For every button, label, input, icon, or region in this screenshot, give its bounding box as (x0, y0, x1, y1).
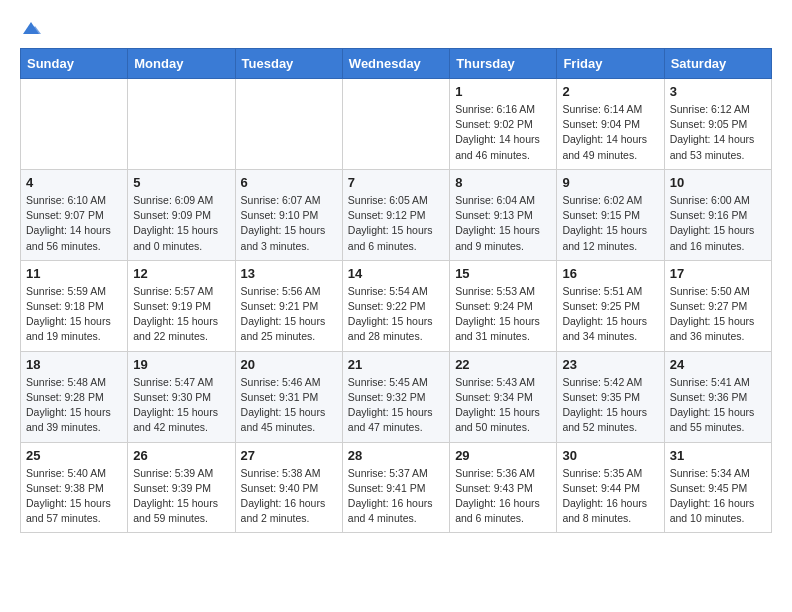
calendar-cell: 26Sunrise: 5:39 AM Sunset: 9:39 PM Dayli… (128, 442, 235, 533)
day-number: 11 (26, 266, 122, 281)
day-number: 21 (348, 357, 444, 372)
calendar-cell: 14Sunrise: 5:54 AM Sunset: 9:22 PM Dayli… (342, 260, 449, 351)
day-info: Sunrise: 5:48 AM Sunset: 9:28 PM Dayligh… (26, 375, 122, 436)
day-info: Sunrise: 6:00 AM Sunset: 9:16 PM Dayligh… (670, 193, 766, 254)
calendar-cell: 19Sunrise: 5:47 AM Sunset: 9:30 PM Dayli… (128, 351, 235, 442)
calendar-cell: 30Sunrise: 5:35 AM Sunset: 9:44 PM Dayli… (557, 442, 664, 533)
calendar-cell: 5Sunrise: 6:09 AM Sunset: 9:09 PM Daylig… (128, 169, 235, 260)
calendar-cell: 13Sunrise: 5:56 AM Sunset: 9:21 PM Dayli… (235, 260, 342, 351)
calendar-cell: 8Sunrise: 6:04 AM Sunset: 9:13 PM Daylig… (450, 169, 557, 260)
day-number: 12 (133, 266, 229, 281)
day-info: Sunrise: 5:35 AM Sunset: 9:44 PM Dayligh… (562, 466, 658, 527)
calendar-cell (128, 79, 235, 170)
calendar-cell (235, 79, 342, 170)
calendar-cell: 29Sunrise: 5:36 AM Sunset: 9:43 PM Dayli… (450, 442, 557, 533)
day-number: 2 (562, 84, 658, 99)
day-number: 24 (670, 357, 766, 372)
calendar-cell: 3Sunrise: 6:12 AM Sunset: 9:05 PM Daylig… (664, 79, 771, 170)
calendar-cell: 1Sunrise: 6:16 AM Sunset: 9:02 PM Daylig… (450, 79, 557, 170)
day-number: 14 (348, 266, 444, 281)
day-info: Sunrise: 5:45 AM Sunset: 9:32 PM Dayligh… (348, 375, 444, 436)
calendar-cell (342, 79, 449, 170)
calendar-cell: 20Sunrise: 5:46 AM Sunset: 9:31 PM Dayli… (235, 351, 342, 442)
weekday-header-monday: Monday (128, 49, 235, 79)
day-info: Sunrise: 5:43 AM Sunset: 9:34 PM Dayligh… (455, 375, 551, 436)
day-number: 13 (241, 266, 337, 281)
calendar-cell: 25Sunrise: 5:40 AM Sunset: 9:38 PM Dayli… (21, 442, 128, 533)
day-number: 31 (670, 448, 766, 463)
day-number: 16 (562, 266, 658, 281)
calendar-cell: 27Sunrise: 5:38 AM Sunset: 9:40 PM Dayli… (235, 442, 342, 533)
calendar-week-row: 11Sunrise: 5:59 AM Sunset: 9:18 PM Dayli… (21, 260, 772, 351)
calendar-week-row: 1Sunrise: 6:16 AM Sunset: 9:02 PM Daylig… (21, 79, 772, 170)
calendar-cell: 18Sunrise: 5:48 AM Sunset: 9:28 PM Dayli… (21, 351, 128, 442)
day-info: Sunrise: 5:40 AM Sunset: 9:38 PM Dayligh… (26, 466, 122, 527)
weekday-header-row: SundayMondayTuesdayWednesdayThursdayFrid… (21, 49, 772, 79)
calendar-cell: 28Sunrise: 5:37 AM Sunset: 9:41 PM Dayli… (342, 442, 449, 533)
day-info: Sunrise: 5:53 AM Sunset: 9:24 PM Dayligh… (455, 284, 551, 345)
day-info: Sunrise: 5:51 AM Sunset: 9:25 PM Dayligh… (562, 284, 658, 345)
day-info: Sunrise: 6:07 AM Sunset: 9:10 PM Dayligh… (241, 193, 337, 254)
day-info: Sunrise: 5:47 AM Sunset: 9:30 PM Dayligh… (133, 375, 229, 436)
calendar-cell: 17Sunrise: 5:50 AM Sunset: 9:27 PM Dayli… (664, 260, 771, 351)
day-info: Sunrise: 5:50 AM Sunset: 9:27 PM Dayligh… (670, 284, 766, 345)
day-number: 25 (26, 448, 122, 463)
calendar-week-row: 25Sunrise: 5:40 AM Sunset: 9:38 PM Dayli… (21, 442, 772, 533)
calendar-week-row: 4Sunrise: 6:10 AM Sunset: 9:07 PM Daylig… (21, 169, 772, 260)
calendar-cell: 9Sunrise: 6:02 AM Sunset: 9:15 PM Daylig… (557, 169, 664, 260)
calendar-cell: 15Sunrise: 5:53 AM Sunset: 9:24 PM Dayli… (450, 260, 557, 351)
calendar-cell: 2Sunrise: 6:14 AM Sunset: 9:04 PM Daylig… (557, 79, 664, 170)
calendar-cell: 16Sunrise: 5:51 AM Sunset: 9:25 PM Dayli… (557, 260, 664, 351)
calendar-cell: 6Sunrise: 6:07 AM Sunset: 9:10 PM Daylig… (235, 169, 342, 260)
day-number: 9 (562, 175, 658, 190)
calendar-cell: 12Sunrise: 5:57 AM Sunset: 9:19 PM Dayli… (128, 260, 235, 351)
day-number: 18 (26, 357, 122, 372)
day-number: 22 (455, 357, 551, 372)
day-info: Sunrise: 6:09 AM Sunset: 9:09 PM Dayligh… (133, 193, 229, 254)
day-number: 8 (455, 175, 551, 190)
day-info: Sunrise: 5:42 AM Sunset: 9:35 PM Dayligh… (562, 375, 658, 436)
day-info: Sunrise: 6:05 AM Sunset: 9:12 PM Dayligh… (348, 193, 444, 254)
day-number: 3 (670, 84, 766, 99)
header (20, 20, 772, 32)
weekday-header-tuesday: Tuesday (235, 49, 342, 79)
calendar-week-row: 18Sunrise: 5:48 AM Sunset: 9:28 PM Dayli… (21, 351, 772, 442)
day-number: 15 (455, 266, 551, 281)
calendar-cell: 23Sunrise: 5:42 AM Sunset: 9:35 PM Dayli… (557, 351, 664, 442)
day-info: Sunrise: 6:10 AM Sunset: 9:07 PM Dayligh… (26, 193, 122, 254)
day-number: 20 (241, 357, 337, 372)
weekday-header-friday: Friday (557, 49, 664, 79)
day-number: 5 (133, 175, 229, 190)
calendar-cell: 21Sunrise: 5:45 AM Sunset: 9:32 PM Dayli… (342, 351, 449, 442)
calendar-cell: 24Sunrise: 5:41 AM Sunset: 9:36 PM Dayli… (664, 351, 771, 442)
day-info: Sunrise: 6:04 AM Sunset: 9:13 PM Dayligh… (455, 193, 551, 254)
calendar-cell: 11Sunrise: 5:59 AM Sunset: 9:18 PM Dayli… (21, 260, 128, 351)
day-number: 26 (133, 448, 229, 463)
logo-icon (21, 20, 41, 36)
day-info: Sunrise: 5:39 AM Sunset: 9:39 PM Dayligh… (133, 466, 229, 527)
day-number: 4 (26, 175, 122, 190)
day-number: 30 (562, 448, 658, 463)
calendar-cell: 31Sunrise: 5:34 AM Sunset: 9:45 PM Dayli… (664, 442, 771, 533)
day-info: Sunrise: 5:37 AM Sunset: 9:41 PM Dayligh… (348, 466, 444, 527)
day-info: Sunrise: 6:16 AM Sunset: 9:02 PM Dayligh… (455, 102, 551, 163)
day-number: 28 (348, 448, 444, 463)
day-number: 19 (133, 357, 229, 372)
weekday-header-thursday: Thursday (450, 49, 557, 79)
day-number: 1 (455, 84, 551, 99)
day-number: 29 (455, 448, 551, 463)
calendar-cell: 7Sunrise: 6:05 AM Sunset: 9:12 PM Daylig… (342, 169, 449, 260)
weekday-header-sunday: Sunday (21, 49, 128, 79)
calendar-cell: 10Sunrise: 6:00 AM Sunset: 9:16 PM Dayli… (664, 169, 771, 260)
day-info: Sunrise: 6:12 AM Sunset: 9:05 PM Dayligh… (670, 102, 766, 163)
weekday-header-wednesday: Wednesday (342, 49, 449, 79)
day-info: Sunrise: 6:02 AM Sunset: 9:15 PM Dayligh… (562, 193, 658, 254)
day-info: Sunrise: 5:41 AM Sunset: 9:36 PM Dayligh… (670, 375, 766, 436)
day-info: Sunrise: 5:34 AM Sunset: 9:45 PM Dayligh… (670, 466, 766, 527)
day-info: Sunrise: 5:56 AM Sunset: 9:21 PM Dayligh… (241, 284, 337, 345)
day-info: Sunrise: 5:59 AM Sunset: 9:18 PM Dayligh… (26, 284, 122, 345)
day-number: 27 (241, 448, 337, 463)
day-info: Sunrise: 5:36 AM Sunset: 9:43 PM Dayligh… (455, 466, 551, 527)
day-number: 17 (670, 266, 766, 281)
day-info: Sunrise: 5:46 AM Sunset: 9:31 PM Dayligh… (241, 375, 337, 436)
